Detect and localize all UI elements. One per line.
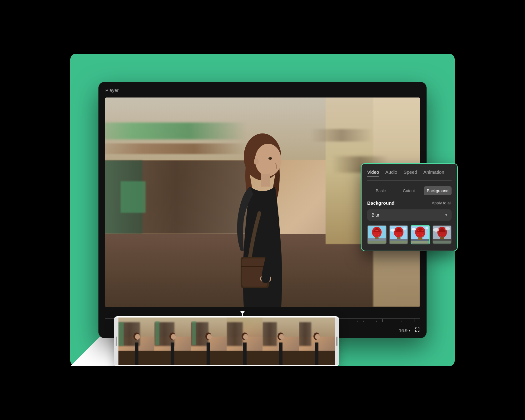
- svg-point-1: [255, 144, 281, 176]
- svg-rect-46: [418, 237, 422, 240]
- chevron-down-icon: ▾: [445, 213, 447, 217]
- balloon-thumb-2: [390, 226, 408, 244]
- svg-point-59: [445, 227, 450, 230]
- svg-point-50: [425, 227, 428, 229]
- svg-point-41: [403, 228, 407, 230]
- svg-point-2: [254, 158, 259, 165]
- bottom-controls: 16:9 ▾: [399, 327, 420, 334]
- properties-panel: Video Audio Speed Animation Basic Cutout…: [361, 163, 458, 251]
- frame-green: [192, 321, 196, 345]
- svg-point-3: [268, 157, 272, 160]
- svg-point-25: [315, 334, 320, 340]
- fullscreen-icon: [414, 327, 420, 333]
- player-label: Player: [105, 88, 119, 93]
- balloon-thumb-4: [433, 226, 451, 244]
- frame-scene-5: [262, 318, 298, 365]
- svg-rect-37: [397, 237, 401, 239]
- svg-rect-4: [261, 174, 270, 187]
- svg-rect-14: [171, 342, 174, 365]
- svg-rect-42: [390, 241, 408, 244]
- filmstrip-frames: [118, 318, 335, 365]
- frame-green: [118, 322, 124, 346]
- handle-dot-right: [336, 337, 338, 346]
- tab-audio[interactable]: Audio: [385, 169, 397, 177]
- filmstrip-frame-6[interactable]: [299, 318, 335, 365]
- background-section-header: Background Apply to all: [367, 200, 452, 206]
- apply-all-button[interactable]: Apply to all: [432, 201, 452, 205]
- bg-streak1: [310, 129, 373, 142]
- aspect-ratio-label: 16:9: [399, 328, 408, 333]
- fullscreen-button[interactable]: [414, 327, 420, 334]
- tab-animation[interactable]: Animation: [423, 169, 444, 177]
- laptop-frame: Player: [98, 82, 427, 338]
- chevron-down-icon: ▾: [409, 329, 410, 332]
- frame-train: [299, 322, 311, 346]
- svg-point-13: [171, 334, 176, 340]
- filmstrip-left-handle[interactable]: [114, 318, 118, 365]
- svg-rect-23: [279, 342, 282, 365]
- filmstrip-frame-1[interactable]: [118, 318, 154, 365]
- svg-rect-30: [375, 237, 379, 239]
- filmstrip-frame-4[interactable]: [227, 318, 262, 365]
- svg-rect-60: [433, 241, 451, 244]
- svg-rect-55: [440, 237, 444, 239]
- frame-scene-4: [227, 318, 262, 365]
- frame-scene-3: [191, 318, 227, 365]
- frame-scene-2: [154, 318, 190, 365]
- svg-point-49: [412, 228, 416, 231]
- aspect-ratio-button[interactable]: 16:9 ▾: [399, 328, 410, 333]
- tick: [376, 321, 382, 322]
- tick: [402, 321, 408, 322]
- filmstrip: [114, 316, 339, 366]
- tick: [408, 321, 414, 322]
- sub-tabs: Basic Cutout Background: [367, 186, 452, 195]
- tab-video[interactable]: Video: [367, 169, 379, 177]
- filmstrip-frame-2[interactable]: [154, 318, 190, 365]
- filmstrip-frame-5[interactable]: [262, 318, 298, 365]
- svg-rect-33: [368, 241, 386, 244]
- filmstrip-right-handle[interactable]: [335, 318, 339, 365]
- woman-figure: [222, 129, 303, 307]
- tick: [345, 321, 351, 322]
- frame-green: [155, 321, 160, 345]
- background-title: Background: [367, 200, 395, 206]
- tick: [389, 321, 395, 322]
- thumbnail-2[interactable]: [389, 225, 408, 244]
- thumbnail-3[interactable]: [411, 225, 430, 244]
- svg-point-22: [279, 334, 284, 340]
- svg-rect-11: [135, 342, 138, 365]
- sub-tab-background[interactable]: Background: [424, 186, 452, 195]
- outer-background: Player: [70, 54, 455, 366]
- tick: [395, 321, 401, 322]
- blur-dropdown[interactable]: Blur ▾: [367, 209, 452, 221]
- sub-tab-basic[interactable]: Basic: [367, 186, 394, 195]
- thumbnail-grid: [367, 225, 452, 244]
- sub-tab-cutout[interactable]: Cutout: [395, 186, 422, 195]
- panel-tabs: Video Audio Speed Animation: [367, 169, 452, 181]
- tick: [357, 321, 363, 322]
- filmstrip-frame-3[interactable]: [191, 318, 227, 365]
- tick: [351, 319, 357, 322]
- handle-dot: [116, 337, 117, 346]
- svg-rect-20: [243, 342, 247, 365]
- dropdown-value: Blur: [372, 212, 379, 218]
- balloon-thumb-1: [368, 226, 386, 244]
- svg-rect-26: [315, 342, 318, 365]
- thumbnail-1[interactable]: [367, 225, 387, 244]
- svg-point-16: [207, 334, 212, 340]
- tick: [363, 321, 370, 322]
- balloon-thumb-3: [411, 226, 429, 244]
- tab-speed[interactable]: Speed: [403, 169, 417, 177]
- svg-point-58: [433, 228, 439, 232]
- svg-point-19: [243, 334, 248, 340]
- tick: [414, 319, 420, 322]
- tick: [382, 319, 389, 322]
- svg-point-10: [135, 334, 140, 340]
- tick: [338, 321, 345, 322]
- tick: [105, 321, 111, 322]
- tick: [370, 321, 376, 322]
- frame-scene-1: [118, 318, 154, 365]
- svg-point-40: [390, 229, 395, 232]
- thumbnail-4[interactable]: [432, 225, 452, 244]
- motion-green-square: [121, 181, 146, 213]
